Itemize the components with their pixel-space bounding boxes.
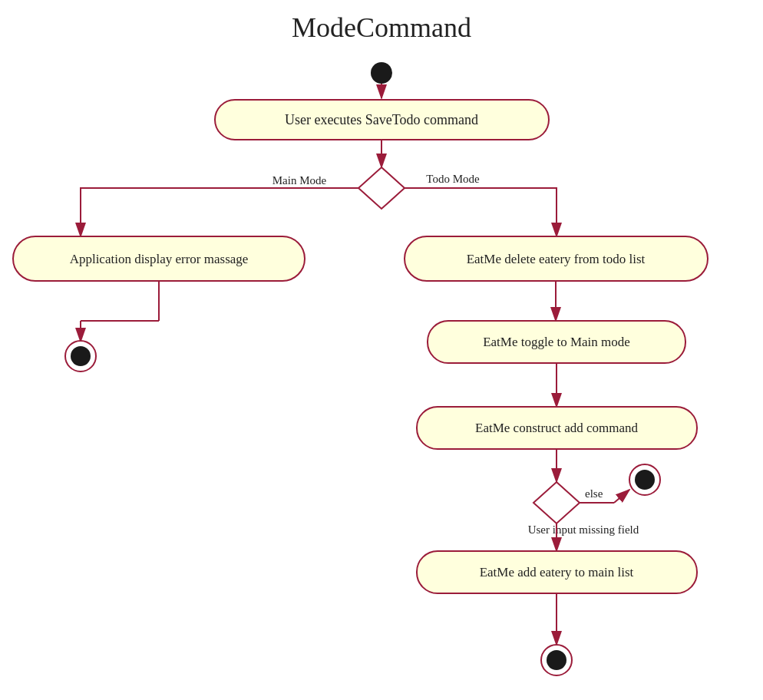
todo-mode-label: Todo Mode	[426, 173, 480, 185]
activity-diagram: ModeCommand User executes SaveTodo comma…	[0, 0, 763, 700]
eatme-delete-label: EatMe delete eatery from todo list	[467, 252, 646, 266]
eatme-construct-label: EatMe construct add command	[475, 421, 638, 435]
end-right-inner	[635, 470, 655, 490]
else-label: else	[585, 487, 603, 500]
error-display-label: Application display error massage	[70, 252, 249, 266]
main-mode-label: Main Mode	[272, 174, 327, 187]
eatme-toggle-label: EatMe toggle to Main mode	[483, 335, 630, 349]
diagram-title: ModeCommand	[292, 12, 471, 43]
user-input-label: User input missing field	[528, 523, 639, 536]
end-left-inner	[71, 346, 91, 366]
end-bottom-inner	[547, 650, 566, 670]
decision1-diamond	[358, 167, 405, 209]
start-node	[371, 62, 392, 84]
svg-line-10	[614, 490, 629, 503]
user-executes-label: User executes SaveTodo command	[285, 112, 478, 127]
decision2-diamond	[533, 482, 580, 523]
eatme-add-label: EatMe add eatery to main list	[480, 565, 634, 579]
